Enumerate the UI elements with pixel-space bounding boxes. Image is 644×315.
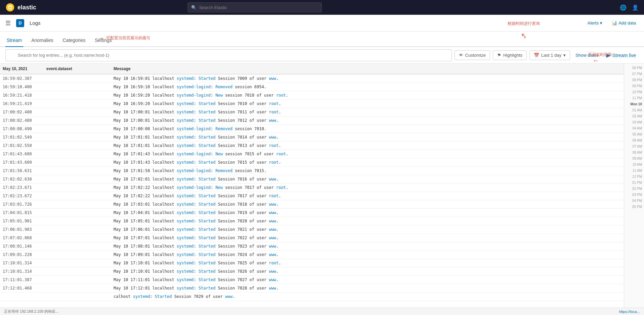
- tab-stream[interactable]: Stream: [5, 38, 23, 47]
- cell-message: May 10 16:59:20 localhost systemd: Start…: [111, 101, 624, 107]
- table-row[interactable]: 17:01:43.608May 10 17:01:43 localhost sy…: [0, 150, 624, 158]
- cell-dataset: [44, 210, 111, 211]
- table-row[interactable]: 17:08:01.146May 10 17:08:01 localhost sy…: [0, 242, 624, 251]
- table-row[interactable]: 16:59:21.419May 10 16:59:20 localhost sy…: [0, 100, 624, 108]
- table-row[interactable]: 17:02:02.638May 10 17:02:01 localhost sy…: [0, 175, 624, 183]
- stream-live-button[interactable]: ▶ Stream live: [604, 50, 639, 60]
- cell-message: May 10 17:00:08 localhost systemd-logind…: [111, 126, 624, 132]
- cell-message: May 10 17:10:01 localhost systemd: Start…: [111, 260, 624, 266]
- cell-dataset: [44, 285, 111, 286]
- show-dates-button[interactable]: Show dates: [573, 51, 601, 60]
- cell-dataset: [44, 268, 111, 270]
- svg-point-3: [9, 6, 11, 8]
- cell-message: May 10 17:01:58 localhost systemd-logind…: [111, 168, 624, 174]
- table-row[interactable]: 17:01:43.609May 10 17:01:43 localhost sy…: [0, 158, 624, 167]
- table-row[interactable]: 17:11:01.387May 10 17:11:01 localhost sy…: [0, 276, 624, 284]
- timeline-label: 11 PM: [624, 95, 644, 101]
- cell-message: May 10 17:02:01 localhost systemd: Start…: [111, 176, 624, 182]
- global-search-input[interactable]: [199, 5, 318, 10]
- log-search-input[interactable]: [5, 49, 452, 61]
- cell-message: May 10 17:11:01 localhost systemd: Start…: [111, 277, 624, 283]
- cell-dataset: [44, 109, 111, 110]
- globe-icon[interactable]: 🌐: [620, 4, 627, 11]
- cell-time: 16:59:02.387: [0, 75, 44, 82]
- timeline-label: 02 PM: [624, 186, 644, 192]
- cell-dataset: [44, 260, 111, 261]
- table-row[interactable]: 17:03:01.726May 10 17:03:01 localhost sy…: [0, 200, 624, 209]
- table-row[interactable]: 17:01:02.550May 10 17:01:01 localhost sy…: [0, 142, 624, 150]
- highlights-icon: ⚑: [497, 53, 501, 58]
- chevron-down-icon: ▾: [563, 53, 566, 58]
- table-row[interactable]: 16:59:10.400May 10 16:59:10 localhost sy…: [0, 83, 624, 91]
- cell-message: May 10 17:01:43 localhost systemd: Start…: [111, 159, 624, 165]
- timeline-label: 08 PM: [624, 77, 644, 83]
- highlights-button[interactable]: ⚑ Highlights: [493, 50, 527, 60]
- cell-time: 17:09:01.228: [0, 252, 44, 258]
- timeline-label: 07 AM: [624, 144, 644, 150]
- table-row[interactable]: 17:00:02.480May 10 17:00:01 localhost sy…: [0, 116, 624, 125]
- table-row[interactable]: 17:00:02.480May 10 17:00:01 localhost sy…: [0, 108, 624, 116]
- table-row[interactable]: 17:10:01.314May 10 17:10:01 localhost sy…: [0, 259, 624, 267]
- cell-dataset: [44, 277, 111, 278]
- elastic-logo[interactable]: elastic: [5, 3, 36, 12]
- cell-dataset: [44, 75, 111, 77]
- table-row[interactable]: 17:06:01.983May 10 17:06:01 localhost sy…: [0, 225, 624, 234]
- cell-message: May 10 17:02:22 localhost systemd: Start…: [111, 193, 624, 199]
- cell-dataset: [44, 168, 111, 169]
- global-search-bar[interactable]: 🔍: [187, 2, 322, 12]
- cell-dataset: [44, 193, 111, 194]
- cell-time: 16:59:21.418: [0, 92, 44, 98]
- cell-message: May 10 17:08:01 localhost systemd: Start…: [111, 243, 624, 249]
- table-row[interactable]: 17:05:01.901May 10 17:05:01 localhost sy…: [0, 217, 624, 225]
- cell-message: May 10 17:00:01 localhost systemd: Start…: [111, 109, 624, 115]
- customize-button[interactable]: 👁 Customize: [455, 50, 490, 60]
- timeline-label: 09 AM: [624, 156, 644, 162]
- table-row[interactable]: 17:00:08.490May 10 17:00:08 localhost sy…: [0, 125, 624, 133]
- add-data-button[interactable]: 📊 Add data: [609, 19, 639, 27]
- tab-anomalies[interactable]: Anomalies: [30, 38, 54, 47]
- elastic-logo-icon: [5, 3, 15, 12]
- cell-dataset: [44, 134, 111, 136]
- table-row[interactable]: 17:07:02.068May 10 17:07:01 localhost sy…: [0, 234, 624, 242]
- table-row[interactable]: 16:59:21.418May 10 16:59:20 localhost sy…: [0, 91, 624, 100]
- cell-time: 16:59:10.400: [0, 84, 44, 90]
- tab-categories[interactable]: Categories: [61, 38, 87, 47]
- timeline-label: 10 PM: [624, 89, 644, 95]
- status-right: https://loca...: [619, 310, 640, 314]
- status-bar: 正在等待 192.168.2.100 的响应... https://loca..…: [0, 308, 644, 315]
- table-row[interactable]: 17:02:23.671May 10 17:02:22 localhost sy…: [0, 183, 624, 192]
- table-row[interactable]: 17:09:01.228May 10 17:09:01 localhost sy…: [0, 251, 624, 259]
- table-row[interactable]: 17:12:01.468May 10 17:12:01 localhost sy…: [0, 284, 624, 293]
- customize-label: Customize: [465, 53, 486, 58]
- status-left: 正在等待 192.168.2.100 的响应...: [4, 309, 59, 314]
- cell-dataset: [44, 143, 111, 144]
- cell-dataset: [44, 201, 111, 203]
- table-row[interactable]: 17:02:23.672May 10 17:02:22 localhost sy…: [0, 192, 624, 200]
- toolbar: 🔍 👁 Customize ⚑ Highlights 📅 Last 1 day …: [0, 47, 644, 64]
- calendar-icon: 📅: [534, 53, 539, 58]
- table-row[interactable]: 17:01:58.631May 10 17:01:58 localhost sy…: [0, 167, 624, 175]
- table-row[interactable]: 16:59:02.387May 10 16:59:01 localhost sy…: [0, 74, 624, 83]
- user-icon[interactable]: 👤: [632, 4, 639, 11]
- time-range-button[interactable]: 📅 Last 1 day ▾: [529, 50, 570, 60]
- cell-dataset: [44, 84, 111, 85]
- timeline-label: 05 AM: [624, 132, 644, 138]
- cell-time: 17:10:01.314: [0, 260, 44, 266]
- cell-message: May 10 17:12:01 localhost systemd: Start…: [111, 285, 624, 291]
- alerts-button[interactable]: Alerts ▾: [585, 19, 605, 27]
- cell-time: 17:08:01.146: [0, 243, 44, 249]
- timeline-label: 01 PM: [624, 180, 644, 186]
- hamburger-menu-icon[interactable]: ☰: [5, 19, 11, 27]
- add-data-label: Add data: [618, 20, 636, 25]
- cell-dataset: [44, 151, 111, 152]
- table-row[interactable]: calhost systemd: Started Session 7029 of…: [0, 293, 624, 301]
- cell-message: May 10 17:05:01 localhost systemd: Start…: [111, 218, 624, 224]
- cell-dataset: [44, 294, 111, 295]
- timeline-label: Mon 10: [624, 101, 644, 107]
- table-row[interactable]: 17:04:01.815May 10 17:04:01 localhost sy…: [0, 209, 624, 217]
- timeline-label: 04 AM: [624, 125, 644, 132]
- tab-settings[interactable]: Settings: [93, 38, 113, 47]
- table-row[interactable]: 17:10:01.314May 10 17:10:01 localhost sy…: [0, 267, 624, 276]
- cell-time: 17:00:08.490: [0, 126, 44, 132]
- table-row[interactable]: 17:01:02.549May 10 17:01:01 localhost sy…: [0, 133, 624, 142]
